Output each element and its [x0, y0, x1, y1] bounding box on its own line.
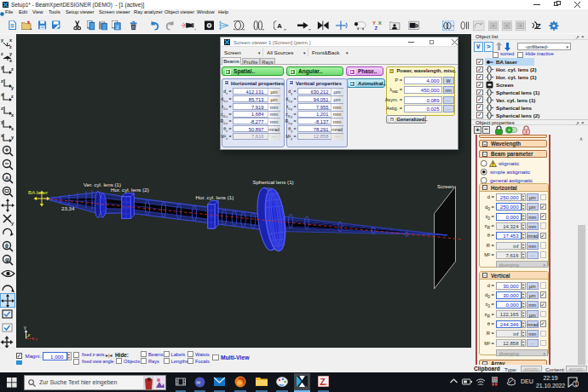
svg-text:y: y	[9, 51, 13, 56]
svg-text:∞: ∞	[196, 379, 200, 385]
svg-text:BA laser: BA laser	[28, 189, 48, 195]
svg-text:z: z	[36, 337, 38, 342]
svg-text:z: z	[1, 106, 3, 111]
svg-text:z: z	[9, 44, 12, 49]
svg-text:φ: φ	[5, 257, 9, 263]
svg-text:z: z	[1, 78, 3, 84]
svg-text:y: y	[24, 325, 26, 330]
svg-text:y: y	[11, 221, 14, 226]
svg-text:z: z	[1, 51, 3, 56]
svg-text:Screen: Screen	[437, 183, 454, 189]
svg-text:y: y	[11, 85, 14, 90]
svg-text:θ: θ	[5, 243, 9, 249]
svg-text:Z: Z	[375, 26, 378, 30]
svg-text:Hor. cyl. lens (2): Hor. cyl. lens (2)	[111, 187, 149, 193]
svg-text:x: x	[9, 37, 13, 43]
svg-text:A: A	[277, 22, 282, 30]
svg-text:x: x	[11, 126, 14, 131]
svg-text:Hor. cyl. lens (1): Hor. cyl. lens (1)	[196, 194, 234, 200]
svg-text:Z: Z	[320, 378, 326, 387]
svg-text:x: x	[11, 112, 14, 118]
svg-text:X: X	[378, 20, 382, 26]
svg-text:A: A	[5, 176, 9, 181]
svg-text:z: z	[11, 94, 14, 99]
svg-text:y: y	[11, 135, 14, 140]
svg-text:y: y	[1, 37, 4, 43]
svg-text:1: 1	[574, 381, 578, 387]
svg-text:2: 2	[116, 25, 118, 30]
svg-text:x: x	[9, 58, 13, 63]
svg-text:z: z	[11, 66, 14, 72]
svg-text:Z: Z	[536, 22, 541, 30]
svg-text:23,34: 23,34	[61, 205, 75, 211]
svg-text:Spherical lens (1): Spherical lens (1)	[253, 179, 294, 185]
